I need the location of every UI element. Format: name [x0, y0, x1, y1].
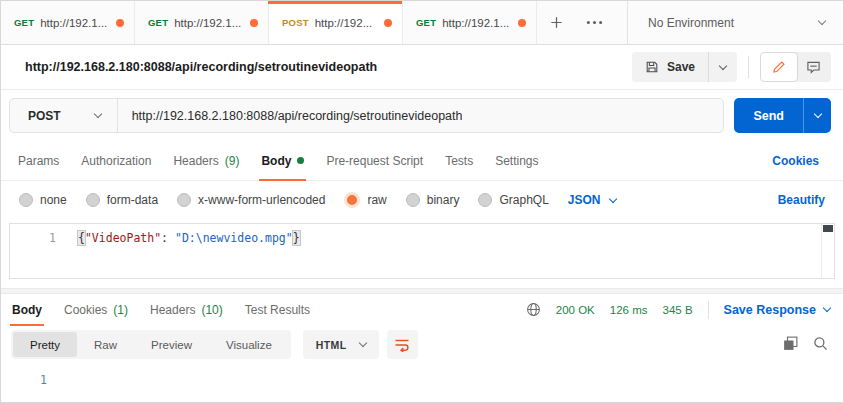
tab-label: Tests: [445, 154, 473, 168]
request-title-row: http://192.168.2.180:8088/api/recording/…: [1, 45, 843, 90]
radio-icon: [406, 193, 420, 207]
save-label: Save: [667, 60, 695, 74]
send-button-group: Send: [734, 98, 831, 133]
response-tab-body[interactable]: Body: [1, 294, 53, 325]
environment-label: No Environment: [648, 16, 734, 30]
tab-body[interactable]: Body: [250, 141, 315, 180]
mode-graphql[interactable]: GraphQL: [478, 193, 548, 207]
tab-count: (1): [113, 303, 128, 317]
open-brace-token: {: [78, 231, 85, 245]
format-dropdown[interactable]: HTML: [303, 330, 379, 359]
tab-label: Authorization: [81, 154, 151, 168]
radio-icon: [478, 193, 492, 207]
tab-url: http://192...: [315, 17, 373, 29]
response-meta-row: Body Cookies (1) Headers (10) Test Resul…: [1, 294, 843, 325]
chevron-down-icon: [818, 17, 826, 25]
save-response-dropdown[interactable]: Save Response: [724, 303, 830, 317]
response-tab-test-results[interactable]: Test Results: [234, 294, 321, 325]
key-token: "VideoPath": [85, 231, 161, 245]
tab-label: Settings: [495, 154, 538, 168]
chevron-down-icon: [823, 304, 831, 312]
mode-none[interactable]: none: [19, 193, 67, 207]
mode-form-data[interactable]: form-data: [86, 193, 158, 207]
view-pretty[interactable]: Pretty: [13, 332, 77, 357]
method-dropdown[interactable]: POST: [10, 99, 118, 132]
mode-label: x-www-form-urlencoded: [198, 193, 325, 207]
copy-icon: [783, 336, 798, 351]
scrollbar-thumb[interactable]: [823, 225, 833, 232]
copy-response-button[interactable]: [783, 336, 798, 354]
beautify-link[interactable]: Beautify: [778, 193, 829, 207]
chevron-down-icon: [719, 61, 727, 69]
tab-pre-request-script[interactable]: Pre-request Script: [315, 141, 434, 180]
language-dropdown[interactable]: JSON: [568, 193, 616, 207]
search-response-button[interactable]: [813, 336, 828, 354]
request-tab-2[interactable]: GET http://192.1...: [135, 1, 269, 44]
response-view-switcher: Pretty Raw Preview Visualize: [11, 330, 291, 359]
mode-x-www-form-urlencoded[interactable]: x-www-form-urlencoded: [177, 193, 325, 207]
cookies-link[interactable]: Cookies: [772, 154, 831, 168]
wrap-lines-button[interactable]: [387, 330, 418, 359]
line-number: 1: [10, 231, 56, 246]
tab-settings[interactable]: Settings: [484, 141, 549, 180]
view-raw[interactable]: Raw: [77, 332, 134, 357]
response-action-icons: [783, 336, 828, 354]
request-title: http://192.168.2.180:8088/api/recording/…: [25, 60, 632, 74]
mode-binary[interactable]: binary: [406, 193, 460, 207]
save-icon: [645, 60, 659, 74]
status-code: 200 OK: [556, 304, 595, 316]
tab-headers[interactable]: Headers (9): [162, 141, 250, 180]
body-mode-row: none form-data x-www-form-urlencoded raw…: [1, 181, 843, 219]
mode-label: raw: [367, 193, 386, 207]
tab-label: Pre-request Script: [326, 154, 423, 168]
request-tab-3-active[interactable]: POST http://192...: [269, 1, 403, 44]
more-tabs-button[interactable]: [575, 1, 613, 44]
view-visualize[interactable]: Visualize: [209, 332, 289, 357]
request-tab-4[interactable]: GET http://192.1...: [403, 1, 537, 44]
response-body-viewer[interactable]: 1: [1, 364, 843, 402]
tab-tests[interactable]: Tests: [434, 141, 484, 180]
globe-icon: [526, 302, 541, 317]
plus-icon: [549, 15, 564, 30]
tab-params[interactable]: Params: [7, 141, 70, 180]
save-options-button[interactable]: [709, 52, 737, 82]
url-group: POST http://192.168.2.180:8088/api/recor…: [9, 98, 724, 133]
request-body-editor[interactable]: 1 {"VideoPath": "D:\newvideo.mpg"}: [9, 223, 835, 279]
tab-authorization[interactable]: Authorization: [70, 141, 162, 180]
tab-label: Body: [12, 303, 42, 317]
new-tab-button[interactable]: [537, 1, 575, 44]
chevron-down-icon: [358, 339, 366, 347]
response-tab-cookies[interactable]: Cookies (1): [53, 294, 139, 325]
tab-label: Test Results: [245, 303, 310, 317]
view-preview[interactable]: Preview: [134, 332, 209, 357]
pencil-icon: [772, 60, 786, 74]
environment-selector[interactable]: No Environment: [627, 1, 843, 44]
tab-label: Params: [18, 154, 59, 168]
editor-scrollbar[interactable]: [821, 224, 834, 278]
response-tab-headers[interactable]: Headers (10): [139, 294, 234, 325]
unsaved-dot-icon: [518, 19, 526, 27]
close-brace-token: }: [293, 231, 300, 245]
send-button[interactable]: Send: [734, 98, 804, 133]
edit-button[interactable]: [760, 52, 798, 82]
comment-button[interactable]: [795, 52, 831, 82]
tab-label: Body: [261, 154, 291, 168]
edit-comment-group: [760, 52, 831, 82]
request-tab-bar: GET http://192.1... GET http://192.1... …: [1, 1, 843, 45]
format-value: HTML: [316, 339, 347, 351]
code-line: {"VideoPath": "D:\newvideo.mpg"}: [56, 231, 300, 246]
unsaved-dot-icon: [384, 19, 392, 27]
radio-icon: [19, 193, 33, 207]
save-button[interactable]: Save: [632, 52, 709, 82]
request-config-tabs: Params Authorization Headers (9) Body Pr…: [1, 141, 843, 181]
response-time: 126 ms: [610, 304, 648, 316]
tab-url: http://192.1...: [40, 17, 107, 29]
url-input[interactable]: http://192.168.2.180:8088/api/recording/…: [118, 99, 463, 132]
divider: [748, 56, 749, 78]
request-tab-1[interactable]: GET http://192.1...: [1, 1, 135, 44]
method-value: POST: [28, 109, 61, 123]
tab-label: Headers: [173, 154, 218, 168]
mode-raw-selected[interactable]: raw: [344, 192, 386, 208]
send-options-button[interactable]: [804, 98, 831, 133]
tab-label: Headers: [150, 303, 195, 317]
